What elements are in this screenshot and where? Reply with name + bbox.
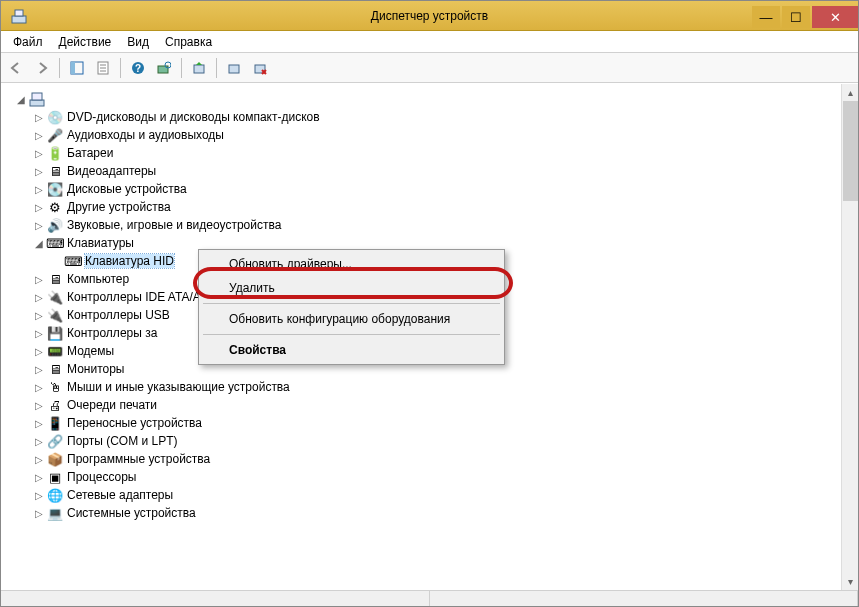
update-driver-button[interactable] [188, 57, 210, 79]
context-menu: Обновить драйверы... Удалить Обновить ко… [198, 249, 505, 365]
toolbar-separator [59, 58, 60, 78]
help-toolbar-button[interactable]: ? [127, 57, 149, 79]
expand-icon[interactable]: ▷ [33, 148, 45, 159]
expand-icon[interactable]: ▷ [33, 274, 45, 285]
svg-rect-12 [194, 65, 204, 73]
ctx-scan-hardware[interactable]: Обновить конфигурацию оборудования [201, 307, 502, 331]
expand-icon[interactable]: ▷ [33, 364, 45, 375]
menu-file[interactable]: Файл [5, 33, 51, 51]
tree-item-batteries[interactable]: ▷🔋Батареи [33, 144, 858, 162]
tree-item-portable[interactable]: ▷📱Переносные устройства [33, 414, 858, 432]
tree-item-print-queues[interactable]: ▷🖨Очереди печати [33, 396, 858, 414]
disk-icon: 💽 [47, 181, 63, 197]
scan-hardware-button[interactable] [153, 57, 175, 79]
expand-icon[interactable]: ▷ [33, 508, 45, 519]
expand-icon[interactable]: ▷ [33, 310, 45, 321]
tree-item-network[interactable]: ▷🌐Сетевые адаптеры [33, 486, 858, 504]
audio-icon: 🎤 [47, 127, 63, 143]
expand-icon[interactable]: ▷ [33, 382, 45, 393]
tree-item-system[interactable]: ▷💻Системные устройства [33, 504, 858, 522]
svg-rect-0 [12, 16, 26, 23]
svg-rect-16 [32, 93, 42, 100]
minimize-button[interactable]: — [752, 6, 780, 28]
expand-icon[interactable]: ▷ [33, 436, 45, 447]
scroll-up-icon[interactable]: ▴ [842, 84, 858, 101]
tree-item-disk[interactable]: ▷💽Дисковые устройства [33, 180, 858, 198]
portable-icon: 📱 [47, 415, 63, 431]
storage-icon: 💾 [47, 325, 63, 341]
expand-icon[interactable]: ▷ [33, 220, 45, 231]
system-icon: 💻 [47, 505, 63, 521]
app-icon [11, 8, 27, 24]
tree-item-audio-io[interactable]: ▷🎤Аудиовходы и аудиовыходы [33, 126, 858, 144]
titlebar: Диспетчер устройств — ☐ ✕ [1, 1, 858, 31]
close-button[interactable]: ✕ [812, 6, 858, 28]
expand-icon[interactable]: ▷ [33, 490, 45, 501]
tree-item-cpu[interactable]: ▷▣Процессоры [33, 468, 858, 486]
collapse-icon[interactable]: ◢ [33, 238, 45, 249]
status-cell [1, 591, 430, 607]
tree-item-dvd[interactable]: ▷💿DVD-дисководы и дисководы компакт-диск… [33, 108, 858, 126]
sound-icon: 🔊 [47, 217, 63, 233]
window-controls: — ☐ ✕ [752, 3, 858, 28]
svg-rect-15 [30, 100, 44, 106]
forward-button[interactable] [31, 57, 53, 79]
ctx-delete[interactable]: Удалить [201, 276, 502, 300]
window-title: Диспетчер устройств [371, 9, 488, 23]
ctx-separator [203, 303, 500, 304]
vertical-scrollbar[interactable]: ▴ ▾ [841, 84, 858, 590]
properties-toolbar-button[interactable] [92, 57, 114, 79]
maximize-button[interactable]: ☐ [782, 6, 810, 28]
ctx-update-drivers[interactable]: Обновить драйверы... [201, 252, 502, 276]
ports-icon: 🔗 [47, 433, 63, 449]
status-bar [1, 590, 858, 607]
tree-item-software[interactable]: ▷📦Программные устройства [33, 450, 858, 468]
menu-help[interactable]: Справка [157, 33, 220, 51]
expand-icon[interactable]: ▷ [33, 400, 45, 411]
dvd-icon: 💿 [47, 109, 63, 125]
toolbar-separator [216, 58, 217, 78]
scroll-thumb[interactable] [843, 101, 858, 201]
expand-icon[interactable]: ▷ [33, 292, 45, 303]
menu-action[interactable]: Действие [51, 33, 120, 51]
back-button[interactable] [5, 57, 27, 79]
ide-icon: 🔌 [47, 289, 63, 305]
uninstall-button[interactable] [223, 57, 245, 79]
keyboard-icon: ⌨ [65, 253, 81, 269]
scroll-down-icon[interactable]: ▾ [842, 573, 858, 590]
printer-icon: 🖨 [47, 397, 63, 413]
expand-icon[interactable]: ▷ [33, 328, 45, 339]
video-icon: 🖥 [47, 163, 63, 179]
show-hide-tree-button[interactable] [66, 57, 88, 79]
tree-item-mice[interactable]: ▷🖱Мыши и иные указывающие устройства [33, 378, 858, 396]
usb-icon: 🔌 [47, 307, 63, 323]
svg-text:?: ? [135, 63, 141, 74]
tree-item-ports[interactable]: ▷🔗Порты (COM и LPT) [33, 432, 858, 450]
menu-view[interactable]: Вид [119, 33, 157, 51]
disable-button[interactable] [249, 57, 271, 79]
keyboard-icon: ⌨ [47, 235, 63, 251]
computer-icon [29, 91, 45, 107]
ctx-properties[interactable]: Свойства [201, 338, 502, 362]
battery-icon: 🔋 [47, 145, 63, 161]
expand-icon[interactable]: ▷ [33, 454, 45, 465]
expand-icon[interactable]: ▷ [33, 202, 45, 213]
tree-item-video[interactable]: ▷🖥Видеоадаптеры [33, 162, 858, 180]
expand-icon[interactable]: ▷ [33, 472, 45, 483]
tree-root[interactable]: ◢ [15, 90, 858, 108]
toolbar-separator [120, 58, 121, 78]
expand-icon[interactable]: ▷ [33, 184, 45, 195]
expand-icon[interactable]: ▷ [33, 112, 45, 123]
toolbar-separator [181, 58, 182, 78]
mouse-icon: 🖱 [47, 379, 63, 395]
expand-icon[interactable]: ▷ [33, 418, 45, 429]
collapse-icon[interactable]: ◢ [15, 94, 27, 105]
tree-item-sound[interactable]: ▷🔊Звуковые, игровые и видеоустройства [33, 216, 858, 234]
content-area: ◢ ▷💿DVD-дисководы и дисководы компакт-ди… [1, 83, 858, 590]
expand-icon[interactable]: ▷ [33, 166, 45, 177]
cpu-icon: ▣ [47, 469, 63, 485]
svg-rect-3 [71, 62, 75, 74]
expand-icon[interactable]: ▷ [33, 130, 45, 141]
expand-icon[interactable]: ▷ [33, 346, 45, 357]
tree-item-other[interactable]: ▷⚙Другие устройства [33, 198, 858, 216]
